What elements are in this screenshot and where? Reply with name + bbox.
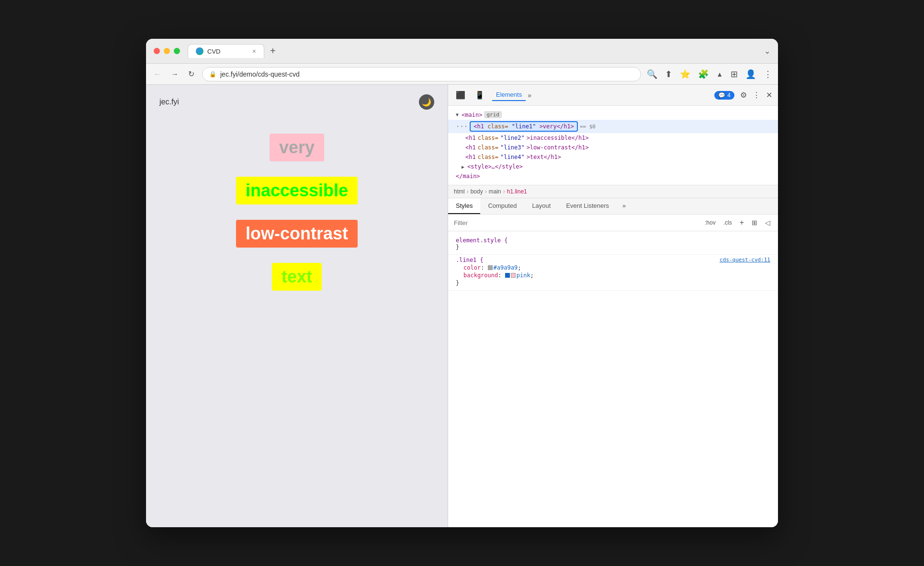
demo-line3: low-contrast [236,220,358,248]
expand-triangle-icon: ▼ [456,112,459,117]
site-header: jec.fyi 🌙 [156,94,438,110]
dom-row-style[interactable]: ▶ <style>…</style> [448,162,778,171]
demo-line1: very [270,134,324,161]
tab-layout[interactable]: Layout [524,198,558,214]
panel-tabs: Styles Computed Layout Event Listeners » [448,198,778,215]
css-value-color: #a9a9a9 [494,264,518,271]
tab-title: CVD [207,48,220,55]
tab-styles[interactable]: Styles [448,198,480,214]
more-actions-icon[interactable]: ··· [456,123,468,130]
css-block-line1: .line1 { cds-quest-cvd:11 color : #a9a9a… [448,255,778,291]
css-property-background: background [463,272,498,279]
breadcrumb-body[interactable]: body [471,188,483,195]
tab-menu-button[interactable]: ⌄ [764,46,770,56]
cls-button[interactable]: .cls [721,218,734,227]
css-property-color: color [463,264,481,271]
dom-row-h1-line3[interactable]: <h1 class= "line3" >low-contrast</h1> [448,143,778,152]
close-window-button[interactable] [154,48,160,54]
notifications-badge[interactable]: 💬 4 [714,91,734,100]
breadcrumb-main[interactable]: main [489,188,501,195]
bookmark-icon[interactable]: ⭐ [680,69,690,79]
toggle-sidebar-button[interactable]: ◁ [763,218,772,227]
css-close-brace-2: } [456,280,459,286]
css-block-element-style: element.style { } [448,235,778,255]
url-bar[interactable]: 🔒 jec.fyi/demo/cds-quest-cvd [202,67,641,81]
elements-tab[interactable]: Elements [492,89,526,101]
badge-count: 4 [727,92,731,99]
grid-badge: grid [484,111,502,118]
dom-tree: ▼ <main> grid ··· <h1 class= "line1" >ve… [448,106,778,185]
breadcrumb-html[interactable]: html [454,188,465,195]
dom-row-h1-line2[interactable]: <h1 class= "line2" >inaccessible</h1> [448,133,778,143]
tab-close-button[interactable]: × [252,47,256,55]
tab-strip-icon[interactable]: ⊞ [731,69,738,79]
demo-content: very inaccessible low-contrast text [156,124,438,300]
demo-line4: text [272,263,322,291]
filter-bar: :hov .cls + ⊞ ◁ [448,215,778,231]
add-style-button[interactable]: + [738,217,746,228]
back-button[interactable]: ← [152,68,163,80]
main-content: jec.fyi 🌙 very inaccessible low-contrast… [146,85,778,527]
flag-icon[interactable]: ▲ [716,70,723,78]
more-tabs-icon[interactable]: » [528,91,531,99]
minimize-window-button[interactable] [164,48,170,54]
device-toolbar-icon[interactable]: 📱 [473,89,486,102]
tab-favicon: 🌐 [196,47,203,55]
color-swatch-color [488,265,493,270]
style-expand-icon: ▶ [462,164,464,170]
dom-row-main-close[interactable]: </main> [448,171,778,181]
grid-view-button[interactable]: ⊞ [750,218,759,227]
devtools-toolbar: ⬛ 📱 Elements » 💬 4 ⚙ ⋮ ✕ [448,85,778,106]
tab-more-icon[interactable]: » [617,198,631,214]
search-icon[interactable]: 🔍 [647,69,657,79]
chat-icon: 💬 [718,92,725,99]
devtools-main-tabs: Elements » [492,89,709,101]
css-selector-element-style: element.style { [456,237,507,244]
devtools-more-icon[interactable]: ⋮ [753,91,760,100]
dom-row-main[interactable]: ▼ <main> grid [448,110,778,120]
breadcrumb-h1-line1[interactable]: h1.line1 [507,188,527,195]
forward-button[interactable]: → [169,68,180,80]
lock-icon: 🔒 [209,71,216,78]
tab-computed[interactable]: Computed [480,198,524,214]
filter-input[interactable] [454,219,699,226]
breadcrumb: html › body › main › h1.line1 [448,185,778,198]
browser-window: 🌐 CVD × + ⌄ ← → ↻ 🔒 jec.fyi/demo/cds-que… [146,39,778,527]
share-icon[interactable]: ⬆ [665,69,672,79]
tab-bar: 🌐 CVD × + ⌄ [188,44,770,58]
title-bar: 🌐 CVD × + ⌄ [146,39,778,64]
background-swatch [511,273,516,278]
devtools-panel: ⬛ 📱 Elements » 💬 4 ⚙ ⋮ ✕ [448,85,778,527]
dark-mode-button[interactable]: 🌙 [419,94,434,110]
expand-arrow-icon [505,273,510,278]
active-tab[interactable]: 🌐 CVD × [188,44,264,58]
dom-row-h1-line1[interactable]: ··· <h1 class= "line1" >very</h1> == $0 [448,120,778,133]
chrome-menu-icon[interactable]: ⋮ [764,69,772,79]
traffic-lights [154,48,180,54]
tab-event-listeners[interactable]: Event Listeners [558,198,617,214]
extensions-icon[interactable]: 🧩 [698,69,709,79]
css-value-background: pink [517,272,530,279]
demo-line2: inaccessible [236,177,358,204]
profile-icon[interactable]: 👤 [745,69,756,79]
css-rules: element.style { } .line1 { cds-quest-cvd… [448,231,778,527]
selected-element-highlight: <h1 class= "line1" >very</h1> [470,121,578,132]
browser-viewport: jec.fyi 🌙 very inaccessible low-contrast… [146,85,448,527]
moon-icon: 🌙 [422,98,431,107]
css-source-link[interactable]: cds-quest-cvd:11 [720,257,770,263]
filter-actions: :hov .cls + ⊞ ◁ [703,217,772,228]
devtools-close-button[interactable]: ✕ [766,91,772,100]
hov-button[interactable]: :hov [703,218,718,227]
maximize-window-button[interactable] [174,48,180,54]
url-text: jec.fyi/demo/cds-quest-cvd [220,70,300,78]
inspect-element-icon[interactable]: ⬛ [454,89,467,102]
address-bar: ← → ↻ 🔒 jec.fyi/demo/cds-quest-cvd 🔍 ⬆ ⭐… [146,64,778,85]
styles-panel: Styles Computed Layout Event Listeners »… [448,198,778,527]
refresh-button[interactable]: ↻ [186,68,196,80]
css-selector-line1: .line1 { [456,257,484,263]
dom-row-h1-line4[interactable]: <h1 class= "line4" >text</h1> [448,152,778,162]
selected-dollar-zero: == $0 [580,124,596,130]
site-name: jec.fyi [159,98,179,106]
new-tab-button[interactable]: + [266,45,280,57]
settings-icon[interactable]: ⚙ [740,91,747,100]
